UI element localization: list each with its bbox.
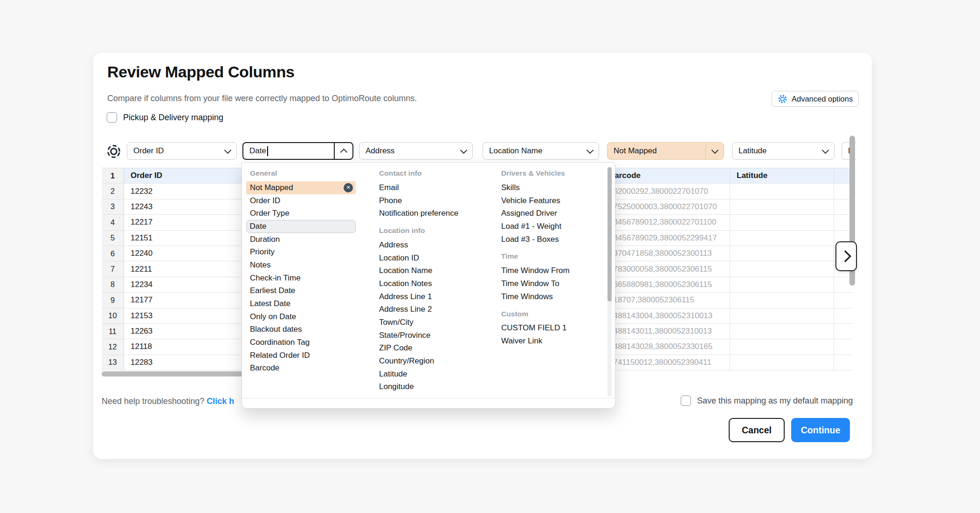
checkbox-box-icon[interactable] bbox=[681, 396, 691, 406]
panel-scrollbar[interactable] bbox=[607, 167, 612, 301]
help-link[interactable]: Click h bbox=[207, 397, 234, 406]
advanced-options-button[interactable]: Advanced options bbox=[772, 91, 859, 107]
subtitle: Compare if columns from your file were c… bbox=[107, 94, 417, 103]
dropdown-option-blackout-dates[interactable]: Blackout dates bbox=[242, 323, 364, 336]
dropdown-option-order-id[interactable]: Order ID bbox=[242, 194, 364, 207]
dropdown-option-address[interactable]: Address bbox=[371, 239, 493, 252]
dropdown-option-state-province[interactable]: State/Province bbox=[371, 329, 493, 342]
dropdown-option-coordination-tag[interactable]: Coordination Tag bbox=[242, 336, 364, 349]
dropdown-option-check-in-time[interactable]: Check-in Time bbox=[242, 272, 364, 285]
column-select-not-mapped[interactable]: Not Mapped bbox=[607, 142, 724, 160]
dropdown-option-longitude[interactable]: Longitude bbox=[371, 381, 493, 394]
pickup-delivery-label: Pickup & Delivery mapping bbox=[123, 113, 223, 123]
dropdown-option-phone[interactable]: Phone bbox=[371, 194, 493, 207]
review-mapped-columns-dialog: Review Mapped Columns Compare if columns… bbox=[93, 53, 872, 459]
pickup-delivery-checkbox[interactable]: Pickup & Delivery mapping bbox=[107, 112, 223, 123]
horizontal-scrollbar[interactable] bbox=[102, 371, 246, 376]
chevron-down-icon bbox=[816, 143, 834, 159]
advanced-options-label: Advanced options bbox=[792, 95, 853, 103]
column-mapping-icon bbox=[106, 144, 122, 159]
text-cursor bbox=[267, 146, 268, 156]
dropdown-option-location-name[interactable]: Location Name bbox=[371, 264, 493, 277]
dropdown-option-assigned-driver[interactable]: Assigned Driver bbox=[493, 207, 612, 220]
dropdown-option-latitude[interactable]: Latitude bbox=[371, 368, 493, 381]
dropdown-option-location-id[interactable]: Location ID bbox=[371, 252, 493, 265]
help-text-label: Need help troubleshooting? bbox=[102, 397, 204, 406]
dropdown-option-address-line-1[interactable]: Address Line 1 bbox=[371, 290, 493, 303]
dropdown-section-title: Location info bbox=[379, 226, 493, 235]
dropdown-option-vehicle-features[interactable]: Vehicle Features bbox=[493, 194, 612, 207]
dropdown-option-waiver-link[interactable]: Waiver Link bbox=[493, 335, 612, 348]
dropdown-section-title: Time bbox=[501, 252, 612, 260]
dropdown-section-title: Custom bbox=[501, 310, 612, 318]
dropdown-option-time-window-from[interactable]: Time Window From bbox=[493, 264, 612, 277]
chevron-down-icon bbox=[581, 143, 599, 159]
chevron-up-icon bbox=[334, 143, 352, 159]
panel-column: Drivers & VehiclesSkillsVehicle Features… bbox=[493, 163, 612, 348]
dropdown-option-town-city[interactable]: Town/City bbox=[371, 316, 493, 329]
dropdown-option-time-window-to[interactable]: Time Window To bbox=[493, 277, 612, 290]
chevron-down-icon bbox=[219, 143, 236, 159]
panel-column: GeneralNot Mapped✕Order IDOrder TypeDate… bbox=[242, 163, 364, 375]
mapping-header-row: Order IDDateAddressLocation NameNot Mapp… bbox=[93, 142, 872, 161]
dropdown-option-location-notes[interactable]: Location Notes bbox=[371, 277, 493, 290]
help-text: Need help troubleshooting? Click h bbox=[102, 397, 234, 406]
dropdown-option-not-mapped[interactable]: Not Mapped✕ bbox=[246, 181, 356, 194]
dropdown-option-barcode[interactable]: Barcode bbox=[242, 362, 364, 375]
dropdown-option-zip-code[interactable]: ZIP Code bbox=[371, 342, 493, 355]
dropdown-option-related-order-id[interactable]: Related Order ID bbox=[242, 349, 364, 362]
checkbox-box-icon[interactable] bbox=[107, 112, 117, 123]
dropdown-option-country-region[interactable]: Country/Region bbox=[371, 355, 493, 368]
panel-columns: GeneralNot Mapped✕Order IDOrder TypeDate… bbox=[242, 163, 615, 408]
column-mapping-dropdown-panel: GeneralNot Mapped✕Order IDOrder TypeDate… bbox=[242, 162, 615, 409]
gear-icon bbox=[778, 94, 787, 104]
dropdown-option-date[interactable]: Date bbox=[246, 220, 356, 233]
column-select-latitude[interactable]: Latitude bbox=[732, 142, 835, 160]
save-default-mapping-checkbox[interactable]: Save this mapping as my default mapping bbox=[681, 396, 853, 406]
panel-footer-divider bbox=[242, 398, 615, 398]
dropdown-option-priority[interactable]: Priority bbox=[242, 246, 364, 259]
page-title: Review Mapped Columns bbox=[107, 63, 295, 81]
cancel-button[interactable]: Cancel bbox=[729, 418, 785, 442]
chevron-right-icon bbox=[839, 250, 851, 262]
column-select-address[interactable]: Address bbox=[359, 142, 473, 160]
dropdown-option-order-type[interactable]: Order Type bbox=[242, 207, 364, 220]
chevron-down-icon bbox=[705, 143, 724, 159]
page: Review Mapped Columns Compare if columns… bbox=[0, 0, 980, 513]
dropdown-section-title: General bbox=[250, 169, 364, 178]
dropdown-section-title: Contact info bbox=[379, 169, 493, 178]
dropdown-option-custom-field-1[interactable]: CUSTOM FIELD 1 bbox=[493, 322, 612, 335]
dropdown-option-latest-date[interactable]: Latest Date bbox=[242, 297, 364, 310]
dropdown-option-address-line-2[interactable]: Address Line 2 bbox=[371, 303, 493, 316]
remove-mapping-icon[interactable]: ✕ bbox=[344, 183, 353, 192]
dropdown-option-load-3-boxes[interactable]: Load #3 - Boxes bbox=[493, 233, 612, 246]
dropdown-option-time-windows[interactable]: Time Windows bbox=[493, 290, 612, 303]
dropdown-option-notes[interactable]: Notes bbox=[242, 259, 364, 272]
dropdown-option-load-1-weight[interactable]: Load #1 - Weight bbox=[493, 220, 612, 233]
dropdown-section-title: Drivers & Vehicles bbox=[501, 169, 612, 178]
next-columns-button[interactable] bbox=[835, 241, 857, 271]
column-select-location-name[interactable]: Location Name bbox=[483, 142, 599, 160]
continue-button[interactable]: Continue bbox=[791, 418, 850, 442]
dropdown-option-skills[interactable]: Skills bbox=[493, 181, 612, 194]
dropdown-option-only-on-date[interactable]: Only on Date bbox=[242, 310, 364, 323]
column-select-order-id[interactable]: Order ID bbox=[127, 142, 237, 160]
dropdown-option-earliest-date[interactable]: Earliest Date bbox=[242, 285, 364, 298]
chevron-down-icon bbox=[455, 143, 472, 159]
dropdown-option-email[interactable]: Email bbox=[371, 181, 493, 194]
column-select-date[interactable]: Date bbox=[242, 142, 353, 160]
save-default-mapping-label: Save this mapping as my default mapping bbox=[697, 396, 853, 406]
dropdown-option-duration[interactable]: Duration bbox=[242, 233, 364, 246]
dropdown-option-notification-preference[interactable]: Notification preference bbox=[371, 207, 493, 220]
panel-column: Contact infoEmailPhoneNotification prefe… bbox=[371, 163, 493, 393]
